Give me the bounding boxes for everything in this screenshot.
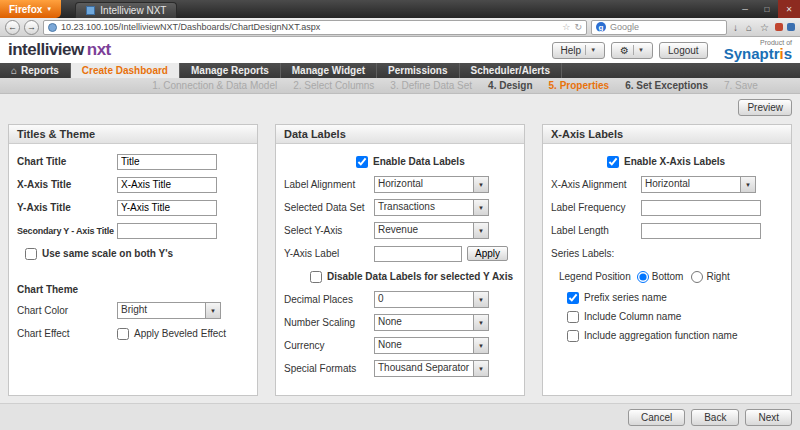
legend-bottom-input[interactable] [637, 271, 649, 283]
addon-icon-2[interactable] [787, 23, 795, 31]
nav-tab-label: Manage Widget [292, 65, 365, 76]
maximize-button[interactable]: □ [756, 0, 778, 18]
addon-icon[interactable] [775, 23, 783, 31]
chart-title-row: Chart Title [17, 150, 249, 173]
nav-tab-create-dashboard[interactable]: Create Dashboard [71, 63, 180, 78]
special-formats-select[interactable]: Thousand Separator ▼ [374, 360, 489, 377]
include-aggregation-checkbox[interactable]: Include aggregation function name [567, 330, 737, 342]
forward-icon[interactable]: → [24, 20, 39, 35]
bookmarks-icon[interactable]: ☆ [758, 22, 771, 33]
reload-icon[interactable]: ↻ [574, 22, 582, 32]
decimal-places-select[interactable]: 0 ▼ [374, 291, 489, 308]
nav-tab-manage-reports[interactable]: Manage Reports [180, 63, 281, 78]
use-same-scale-input[interactable] [25, 248, 37, 260]
beveled-effect-checkbox[interactable]: Apply Beveled Effect [117, 328, 226, 340]
bookmark-star-icon[interactable]: ☆ [562, 22, 570, 32]
legend-right-radio[interactable]: Right [691, 271, 729, 283]
chevron-down-icon: ▼ [205, 303, 220, 318]
step-save: 7. Save [724, 80, 758, 91]
enable-x-axis-labels-checkbox[interactable]: Enable X-Axis Labels [607, 156, 725, 168]
enable-data-labels-label: Enable Data Labels [373, 156, 465, 167]
enable-x-axis-labels-input[interactable] [607, 156, 619, 168]
back-button[interactable]: Back [691, 409, 739, 426]
selected-data-set-label: Selected Data Set [284, 202, 374, 213]
number-scaling-select[interactable]: None ▼ [374, 314, 489, 331]
include-aggregation-input[interactable] [567, 330, 579, 342]
chart-effect-row: Chart Effect Apply Beveled Effect [17, 322, 249, 345]
step-design[interactable]: 4. Design [488, 80, 532, 91]
beveled-effect-input[interactable] [117, 328, 129, 340]
y-axis-title-input[interactable] [117, 200, 217, 216]
chevron-down-icon: ▼ [46, 6, 52, 12]
prefix-series-label: Prefix series name [584, 292, 667, 303]
currency-label: Currency [284, 340, 374, 351]
step-set-exceptions[interactable]: 6. Set Exceptions [625, 80, 708, 91]
selected-data-set-value: Transactions [375, 200, 473, 215]
prefix-series-input[interactable] [567, 292, 579, 304]
data-labels-panel: Data Labels Enable Data Labels Label Ali… [275, 124, 525, 396]
nav-tab-manage-widget[interactable]: Manage Widget [281, 63, 377, 78]
downloads-icon[interactable]: ↓ [731, 22, 740, 33]
minimize-button[interactable]: ─ [734, 0, 756, 18]
logo-nxt: nxt [87, 40, 111, 59]
disable-data-labels-checkbox[interactable]: Disable Data Labels for selected Y Axis [310, 271, 513, 283]
currency-select[interactable]: None ▼ [374, 337, 489, 354]
include-column-input[interactable] [567, 311, 579, 323]
use-same-scale-checkbox[interactable]: Use same scale on both Y's [25, 248, 173, 260]
secondary-y-title-input[interactable] [117, 223, 217, 239]
series-labels-header: Series Labels: [551, 242, 783, 265]
disable-data-labels-input[interactable] [310, 271, 322, 283]
prefix-series-checkbox[interactable]: Prefix series name [567, 292, 667, 304]
y-axis-label-input[interactable] [374, 246, 462, 262]
firefox-menu-button[interactable]: Firefox ▼ [0, 0, 61, 18]
chevron-down-icon: ▼ [473, 200, 488, 215]
url-text: 10.23.100.105/IntelliviewNXT/Dashboards/… [61, 22, 558, 32]
label-length-input[interactable] [641, 223, 761, 239]
enable-data-labels-input[interactable] [356, 156, 368, 168]
logo-intelliview: intelliview [8, 40, 84, 59]
google-icon: g [596, 22, 606, 32]
apply-button[interactable]: Apply [467, 246, 508, 261]
back-icon[interactable]: ← [5, 20, 20, 35]
selected-data-set-select[interactable]: Transactions ▼ [374, 199, 489, 216]
header-actions: Help ▼ ⚙ ▼ Logout Product of Synaptris [552, 39, 792, 61]
x-axis-title-input[interactable] [117, 177, 217, 193]
url-bar[interactable]: 10.23.100.105/IntelliviewNXT/Dashboards/… [43, 20, 587, 35]
select-y-axis-select[interactable]: Revenue ▼ [374, 222, 489, 239]
legend-position-row: Legend Position Bottom Right [559, 265, 783, 288]
home-icon[interactable]: ⌂ [744, 22, 754, 33]
disable-data-labels-label: Disable Data Labels for selected Y Axis [327, 271, 513, 282]
help-button[interactable]: Help ▼ [552, 42, 606, 59]
synaptris-logo: Product of Synaptris [724, 39, 792, 61]
x-axis-alignment-select[interactable]: Horizontal ▼ [641, 176, 756, 193]
step-properties[interactable]: 5. Properties [549, 80, 610, 91]
settings-button[interactable]: ⚙ ▼ [611, 42, 653, 59]
include-column-checkbox[interactable]: Include Column name [567, 311, 681, 323]
close-button[interactable]: ✕ [778, 0, 800, 18]
label-frequency-input[interactable] [641, 200, 761, 216]
include-aggregation-label: Include aggregation function name [584, 330, 737, 341]
next-button[interactable]: Next [745, 409, 792, 426]
x-axis-alignment-value: Horizontal [642, 177, 740, 192]
chevron-down-icon: ▼ [740, 177, 755, 192]
enable-data-labels-checkbox[interactable]: Enable Data Labels [356, 156, 465, 168]
label-alignment-select[interactable]: Horizontal ▼ [374, 176, 489, 193]
browser-tab[interactable]: Intelliview NXT [75, 2, 177, 18]
nav-tab-scheduler-alerts[interactable]: Scheduler/Alerts [460, 63, 562, 78]
legend-bottom-radio[interactable]: Bottom [637, 271, 684, 283]
decimal-places-label: Decimal Places [284, 294, 374, 305]
legend-right-input[interactable] [691, 271, 703, 283]
nav-tab-permissions[interactable]: Permissions [377, 63, 459, 78]
browser-title-bar: Firefox ▼ Intelliview NXT ─ □ ✕ [0, 0, 800, 18]
enable-x-axis-labels-label: Enable X-Axis Labels [624, 156, 725, 167]
preview-button[interactable]: Preview [738, 99, 792, 116]
chart-title-input[interactable] [117, 154, 217, 170]
cancel-button[interactable]: Cancel [628, 409, 685, 426]
nav-tab-reports[interactable]: ⌂ Reports [0, 63, 71, 78]
chart-theme-header: Chart Theme [17, 279, 249, 299]
search-input[interactable]: g Google [591, 20, 727, 35]
chart-color-select[interactable]: Bright ▼ [117, 302, 221, 319]
currency-value: None [375, 338, 473, 353]
main-nav-tabs: ⌂ Reports Create Dashboard Manage Report… [0, 63, 800, 78]
logout-button[interactable]: Logout [659, 42, 708, 59]
